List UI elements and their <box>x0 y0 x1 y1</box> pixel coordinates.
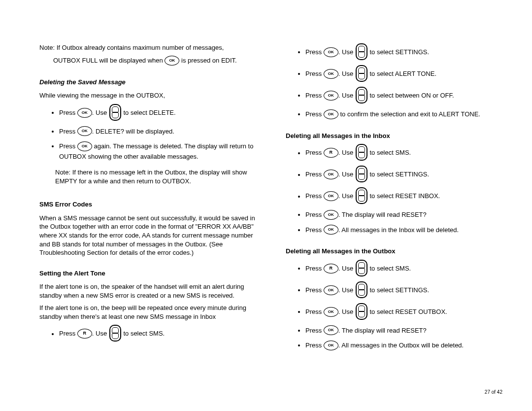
text: Press <box>305 265 324 272</box>
list-item: Press OK. Use to select DELETE. <box>59 105 261 122</box>
list-item: Press R. Use to select SMS. <box>305 145 507 162</box>
ok-button-icon: OK <box>324 69 338 79</box>
text: . Use <box>92 330 109 338</box>
nav-button-icon <box>356 281 367 298</box>
ok-button-icon: OK <box>324 109 338 119</box>
text: Press <box>59 128 77 135</box>
list-item: Press OK. Use to select SETTINGS. <box>305 44 507 61</box>
nav-button-icon <box>109 325 121 342</box>
text: Press <box>305 48 324 56</box>
text: . The display will read RESET? <box>338 327 427 334</box>
ok-button-icon: OK <box>165 56 179 66</box>
list-item: Press OK to confirm the selection and ex… <box>305 109 507 120</box>
note-empty: Note: If there is no message left in the… <box>41 168 261 185</box>
ok-button-icon: OK <box>324 325 338 335</box>
text: to select ALERT TONE. <box>368 70 436 77</box>
text: Press <box>59 142 77 150</box>
text: . All messages in the Outbox will be del… <box>338 342 464 349</box>
list-item: Press OK. The display will read RESET? <box>305 210 507 220</box>
list: Press OK. Use to select DELETE. Press OK… <box>39 105 261 162</box>
text: . Use <box>338 308 355 315</box>
text: Press <box>305 171 324 178</box>
heading-sms-error: SMS Error Codes <box>39 200 261 209</box>
text: to select SMS. <box>368 149 411 157</box>
r-button-icon: R <box>77 329 92 339</box>
text: to select between ON or OFF. <box>368 92 454 99</box>
ok-button-icon: OK <box>324 225 338 235</box>
heading-delete-inbox: Deleting all Messages in the Inbox <box>286 132 507 140</box>
text: to select DELETE. <box>122 109 176 116</box>
list-item: Press OK. Use to select between ON or OF… <box>305 88 507 104</box>
text: Press <box>305 110 324 118</box>
ok-button-icon: OK <box>324 285 338 295</box>
text: Press <box>59 109 77 116</box>
ok-button-icon: OK <box>324 170 338 179</box>
text: to select RESET INBOX. <box>368 193 440 200</box>
ok-button-icon: OK <box>77 126 92 136</box>
ok-button-icon: OK <box>324 210 338 220</box>
text: Press <box>305 308 324 315</box>
text: to select SETTINGS. <box>368 286 429 294</box>
text: Press <box>305 226 324 234</box>
list-item: Press OK again. The message is deleted. … <box>59 141 261 161</box>
list-item: Press OK. Use to select ALERT TONE. <box>305 66 507 83</box>
text: If the alert tone is on, the speaker of … <box>39 282 261 300</box>
list-item: Press OK. Use to select SETTINGS. <box>305 282 507 299</box>
ok-button-icon: OK <box>324 191 338 201</box>
text: . Use <box>338 149 355 157</box>
list-item: Press OK. DELETE? will be displayed. <box>59 127 261 137</box>
text: to select SETTINGS. <box>368 171 429 178</box>
text: . Use <box>338 171 355 178</box>
text: Press <box>305 211 324 218</box>
nav-button-icon <box>356 144 367 161</box>
ok-button-icon: OK <box>77 141 92 151</box>
text: . All messages in the Inbox will be dele… <box>338 226 459 234</box>
ok-button-icon: OK <box>77 108 92 118</box>
page-content: Note: If Outbox already contains maximum… <box>0 0 532 371</box>
text: to select RESET OUTBOX. <box>368 308 447 315</box>
text: . Use <box>338 193 355 200</box>
ok-button-icon: OK <box>324 91 338 101</box>
list-item: Press OK. Use to select SETTINGS. <box>305 167 507 183</box>
list-item: Press R. Use to select SMS. <box>59 326 261 342</box>
text: . Use <box>338 265 355 272</box>
text: to select SMS. <box>122 330 165 338</box>
list-item: Press OK. All messages in the Outbox wil… <box>305 341 507 351</box>
text: to select SETTINGS. <box>368 48 429 56</box>
text: OUTBOX FULL will be displayed when <box>53 57 165 64</box>
text: . Use <box>338 48 355 56</box>
list-item: Press OK. The display will read RESET? <box>305 326 507 336</box>
nav-button-icon <box>356 187 367 204</box>
text: to select SMS. <box>368 265 411 272</box>
text: . Use <box>338 70 355 77</box>
text: . Use <box>92 109 109 116</box>
note-outbox-full-2: OUTBOX FULL will be displayed when OK is… <box>39 56 261 66</box>
text: . Use <box>338 92 355 99</box>
note-outbox-full: Note: If Outbox already contains maximum… <box>39 43 261 52</box>
right-column: Press OK. Use to select SETTINGS. Press … <box>286 39 507 356</box>
text: Press <box>305 149 324 157</box>
list-item: Press OK. All messages in the Inbox will… <box>305 225 507 236</box>
text: . DELETE? will be displayed. <box>92 128 174 135</box>
page-number: 27 of 42 <box>485 389 502 395</box>
text: . Use <box>338 286 355 294</box>
text: Press <box>305 70 324 77</box>
ok-button-icon: OK <box>324 341 338 350</box>
nav-button-icon <box>356 260 367 276</box>
r-button-icon: R <box>324 148 338 158</box>
text: Press <box>305 342 324 349</box>
text: Press <box>305 327 324 334</box>
list: Press R. Use to select SMS. Press OK. Us… <box>286 145 507 235</box>
heading-alert-tone: Setting the Alert Tone <box>39 269 261 278</box>
nav-button-icon <box>356 43 367 60</box>
list: Press R. Use to select SMS. Press OK. Us… <box>286 261 507 351</box>
ok-button-icon: OK <box>324 307 338 317</box>
nav-button-icon <box>356 65 367 82</box>
list-item: Press OK. Use to select RESET INBOX. <box>305 188 507 205</box>
nav-button-icon <box>356 87 367 103</box>
text: . The display will read RESET? <box>338 211 427 218</box>
text: While viewing the message in the OUTBOX, <box>39 91 261 100</box>
heading-delete-outbox: Deleting all Messages in the Outbox <box>286 247 507 256</box>
left-column: Note: If Outbox already contains maximum… <box>39 39 261 356</box>
text: Note: If Outbox already contains maximum… <box>39 44 224 51</box>
